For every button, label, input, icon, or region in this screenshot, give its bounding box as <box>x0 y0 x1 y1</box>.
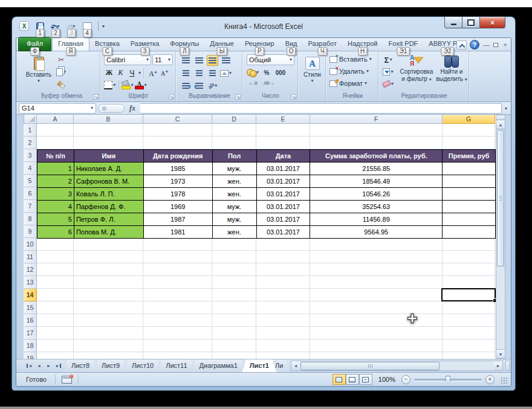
cell-name[interactable]: Парфенов Д. Ф. <box>74 201 144 213</box>
cell-salary[interactable]: 18546.49 <box>310 175 443 188</box>
vscroll-thumb[interactable] <box>497 130 504 266</box>
zoom-in-button[interactable]: + <box>485 375 495 384</box>
table-header-cell[interactable]: Дата <box>257 150 311 163</box>
formula-input[interactable] <box>140 103 502 114</box>
expand-formula-bar-icon[interactable]: ▾ <box>504 106 508 111</box>
zoom-out-button[interactable]: − <box>401 375 410 384</box>
align-bottom-button[interactable] <box>207 55 218 66</box>
row-header[interactable]: 1 <box>24 124 37 137</box>
selected-cell-G14[interactable] <box>441 288 496 301</box>
cell-date[interactable]: 03.01.2017 <box>257 226 311 239</box>
cell-sex[interactable]: муж. <box>213 213 257 226</box>
ribbon-tab[interactable]: Формулы Л <box>164 37 204 51</box>
ribbon-tab[interactable]: Разметка З <box>125 37 165 51</box>
cell-birth[interactable]: 1969 <box>144 201 213 213</box>
workbook-minimize-button[interactable]: — <box>482 42 490 48</box>
alignment-dialog-launcher[interactable]: ↘ <box>235 94 241 100</box>
page-layout-view-button[interactable] <box>346 374 359 385</box>
cell-birth[interactable]: 1981 <box>144 226 213 239</box>
workbook-close-button[interactable]: × <box>501 42 509 48</box>
number-dialog-launcher[interactable]: ↘ <box>291 94 296 100</box>
restore-button[interactable] <box>462 17 480 28</box>
row-header[interactable]: 10 <box>24 238 37 251</box>
split-handle[interactable] <box>496 115 505 120</box>
macro-record-icon[interactable] <box>62 376 72 384</box>
row-header[interactable]: 2 <box>24 137 37 149</box>
column-header[interactable]: E <box>256 115 310 124</box>
table-header-cell[interactable]: Сумма заработной платы, руб. <box>310 150 443 163</box>
row-header[interactable]: 13 <box>24 276 37 289</box>
cell-num[interactable]: 4 <box>37 201 74 213</box>
ribbon-tab[interactable]: Разработ Ч <box>303 37 342 51</box>
collapse-ribbon-button[interactable] <box>456 40 467 50</box>
table-header-cell[interactable]: Пол <box>213 150 257 163</box>
table-header-cell[interactable]: Имя <box>74 150 144 163</box>
cell-date[interactable]: 03.01.2017 <box>257 188 311 201</box>
table-header-cell[interactable]: № п/п <box>37 150 74 163</box>
underline-button[interactable]: Ч <box>127 68 137 78</box>
cell-premium[interactable] <box>443 201 496 213</box>
cell-num[interactable]: 1 <box>37 163 74 175</box>
row-header[interactable]: 18 <box>24 340 37 352</box>
sheet-tab[interactable]: Ли <box>274 359 290 372</box>
cell-name[interactable]: Попова М. Д. <box>74 226 144 239</box>
borders-button[interactable]: ▾ <box>104 80 116 91</box>
table-header-cell[interactable]: Премия, руб <box>443 150 496 163</box>
row-header[interactable]: 14 <box>24 289 37 301</box>
scroll-down-icon[interactable]: ▼ <box>496 349 505 358</box>
cell-num[interactable]: 6 <box>37 226 74 239</box>
row-header[interactable]: 4 <box>24 162 37 175</box>
align-top-button[interactable] <box>180 55 192 66</box>
column-header[interactable]: C <box>143 115 212 124</box>
cell-date[interactable]: 03.01.2017 <box>257 201 311 213</box>
format-painter-button[interactable] <box>55 79 67 89</box>
cell-salary[interactable]: 21556.85 <box>310 163 443 175</box>
vertical-scrollbar[interactable]: ▲ ▼ <box>496 115 505 359</box>
align-middle-button[interactable] <box>193 55 205 66</box>
decrease-decimal-button[interactable]: .00→ <box>261 80 276 86</box>
ribbon-tab[interactable]: Главная Я <box>52 37 89 51</box>
percent-button[interactable]: % <box>261 67 273 78</box>
column-header[interactable]: D <box>212 115 256 124</box>
cell-sex[interactable]: муж. <box>213 201 257 213</box>
cell-name[interactable]: Петров Ф. Л. <box>74 213 144 226</box>
sheet-tab[interactable]: Лист8 <box>64 359 97 372</box>
cell-birth[interactable]: 1985 <box>144 163 213 175</box>
styles-button[interactable]: А Стили ▾ <box>300 54 324 83</box>
clear-button[interactable]: ▾ <box>382 79 394 89</box>
row-header[interactable]: 16 <box>24 314 37 327</box>
zoom-level[interactable]: 100% <box>376 376 398 383</box>
cell-num[interactable]: 5 <box>37 213 74 226</box>
font-dialog-launcher[interactable]: ↘ <box>169 94 174 100</box>
tab-split-handle[interactable] <box>505 361 510 371</box>
next-sheet-button[interactable]: ► <box>44 361 53 370</box>
zoom-slider[interactable] <box>414 379 482 381</box>
sheet-tab[interactable]: Лист11 <box>158 359 194 372</box>
grow-font-button[interactable]: А▲ <box>146 68 157 78</box>
orientation-button[interactable]: ab▾ <box>207 80 218 91</box>
autosum-button[interactable]: Σ▾ <box>382 54 394 65</box>
name-box[interactable]: G14▾ <box>19 103 96 114</box>
font-color-button[interactable]: А▾ <box>135 80 147 91</box>
cell-sex[interactable]: жен. <box>213 188 257 201</box>
cell-salary[interactable]: 35254.63 <box>310 201 443 213</box>
cell-salary[interactable]: 11456.89 <box>310 213 443 226</box>
shrink-font-button[interactable]: А▼ <box>158 68 168 78</box>
row-header[interactable]: 5 <box>24 175 37 187</box>
prev-sheet-button[interactable]: ◄ <box>34 361 44 370</box>
row-header[interactable]: 15 <box>24 301 37 314</box>
merge-center-button[interactable]: -a-▾ <box>220 68 232 79</box>
cell-sex[interactable]: жен. <box>213 175 257 188</box>
ribbon-tab[interactable]: Foxit PDF Э1 <box>383 37 423 51</box>
accounting-format-button[interactable]: ▾ <box>247 67 259 78</box>
font-name-combo[interactable]: Calibri▾ <box>104 54 151 65</box>
row-header[interactable]: 3 <box>24 149 37 162</box>
zoom-slider-thumb[interactable] <box>446 376 451 384</box>
clipboard-dialog-launcher[interactable]: ↘ <box>93 94 99 100</box>
align-center-button[interactable] <box>193 68 205 79</box>
fill-button[interactable]: ▾ <box>382 66 394 77</box>
cell-name[interactable]: Николаев А. Д. <box>74 163 144 175</box>
cells-area[interactable]: № п/пИмяДата рожденияПолДатаСумма зарабо… <box>37 124 495 359</box>
align-right-button[interactable] <box>207 68 218 79</box>
workbook-restore-button[interactable] <box>493 43 498 47</box>
